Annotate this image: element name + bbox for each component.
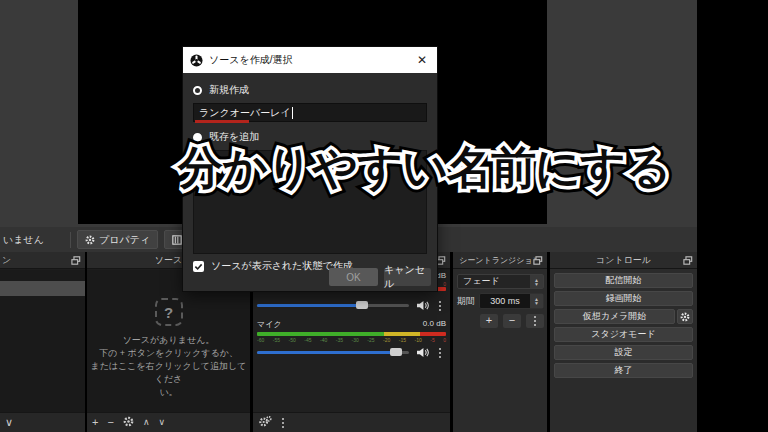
studio-mode-button[interactable]: スタジオモード xyxy=(554,327,693,342)
caption-text: 分かりやすい名前にする xyxy=(178,138,670,198)
cancel-button[interactable]: キャンセル xyxy=(384,268,431,286)
source-name-value: ランクオーバーレイ xyxy=(199,106,291,120)
mixer-channel-mic: マイク 0.0 dB -60-55-50-45-40-35-30-25-20-1… xyxy=(257,319,446,358)
slider-fill xyxy=(257,351,397,354)
spin-arrows-icon[interactable]: ▲▼ xyxy=(530,294,543,308)
remove-transition-button[interactable]: − xyxy=(503,314,521,328)
db-tick-label: -15 xyxy=(399,337,406,343)
channel-menu-button[interactable] xyxy=(439,348,441,358)
db-tick-label: -40 xyxy=(320,337,327,343)
duration-label: 期間 xyxy=(457,295,475,308)
start-virtual-camera-button[interactable]: 仮想カメラ開始 xyxy=(554,309,675,324)
dialog-title: ソースを作成/選択 xyxy=(209,53,414,67)
gear-icon xyxy=(85,235,95,245)
mixer-menu-button[interactable] xyxy=(282,418,284,428)
speaker-icon[interactable] xyxy=(416,347,429,358)
text-caret xyxy=(292,107,293,119)
db-tick-label: -50 xyxy=(289,337,296,343)
meter-red-zone xyxy=(420,332,446,336)
radio-selected-icon xyxy=(193,86,202,95)
scenes-dock-header[interactable]: ン xyxy=(0,252,85,269)
slider-thumb[interactable] xyxy=(390,348,402,356)
volume-slider[interactable] xyxy=(257,304,409,307)
channel-menu-button[interactable] xyxy=(439,301,441,311)
meter-green-zone xyxy=(257,332,384,336)
mixer-body: 0.0 dB -60-55-50-45-40-35-30-25-20-15-10… xyxy=(253,270,450,412)
transition-menu-button[interactable] xyxy=(526,314,544,328)
volume-meter xyxy=(257,332,446,336)
virtual-camera-settings-button[interactable] xyxy=(677,309,693,324)
transition-selected-value: フェード xyxy=(458,275,530,288)
controls-dock-title: コントロール xyxy=(550,254,697,267)
popout-icon[interactable] xyxy=(533,256,543,267)
transition-buttons: + − xyxy=(453,314,544,328)
scenes-dock: ン ∨ xyxy=(0,252,85,432)
sources-empty-state: ? ソースがありません。 下の + ボタンをクリックするか、 またはここを右クリ… xyxy=(87,298,250,399)
scene-list[interactable] xyxy=(0,270,85,412)
db-scale: -60-55-50-45-40-35-30-25-20-15-10-50 xyxy=(257,337,446,343)
scenes-dock-toolbar: ∨ xyxy=(0,412,85,432)
source-move-up-button[interactable]: ∧ xyxy=(143,418,150,427)
obs-logo-icon xyxy=(190,54,203,67)
db-tick-label: -30 xyxy=(352,337,359,343)
scene-move-down-button[interactable]: ∨ xyxy=(5,417,13,428)
popout-icon[interactable] xyxy=(71,256,81,267)
empty-text-line: 下の + ボタンをクリックするか、 xyxy=(87,347,250,360)
ok-button[interactable]: OK xyxy=(329,268,378,286)
duration-row: 期間 300 ms ▲▼ xyxy=(457,293,544,309)
transitions-dock: シーントランジション フェード ▲▼ 期間 300 ms ▲▼ + − xyxy=(453,252,547,432)
red-underline-annotation xyxy=(195,120,249,123)
gear-icon xyxy=(680,312,690,322)
create-new-label: 新規作成 xyxy=(209,83,249,97)
source-list-empty-area[interactable]: ? ソースがありません。 下の + ボタンをクリックするか、 またはここを右クリ… xyxy=(87,270,250,412)
volume-slider[interactable] xyxy=(257,351,409,354)
db-tick-label: -55 xyxy=(273,337,280,343)
source-name-input[interactable]: ランクオーバーレイ xyxy=(193,103,427,122)
empty-text-line: またはここを右クリックして追加してくださ xyxy=(87,360,250,386)
add-transition-button[interactable]: + xyxy=(480,314,498,328)
volume-slider-row xyxy=(257,347,446,358)
controls-dock-header[interactable]: コントロール xyxy=(550,252,697,269)
popout-icon[interactable] xyxy=(683,256,693,267)
properties-label: プロパティ xyxy=(99,233,150,247)
dialog-titlebar[interactable]: ソースを作成/選択 ✕ xyxy=(183,47,437,73)
transition-select[interactable]: フェード ▲▼ xyxy=(457,274,544,289)
empty-text-line: ソースがありません。 xyxy=(87,334,250,347)
transitions-dock-header[interactable]: シーントランジション xyxy=(453,252,547,269)
speaker-icon[interactable] xyxy=(416,300,429,311)
advanced-audio-button[interactable] xyxy=(259,416,272,430)
close-icon[interactable]: ✕ xyxy=(414,53,430,67)
slider-thumb[interactable] xyxy=(356,301,368,309)
popout-icon[interactable] xyxy=(436,256,446,267)
mixer-dock-toolbar xyxy=(253,412,450,432)
duration-spinbox[interactable]: 300 ms ▲▼ xyxy=(479,293,544,309)
add-source-button[interactable]: + xyxy=(92,417,98,428)
db-tick-label: -5 xyxy=(430,337,434,343)
db-tick-label: -25 xyxy=(367,337,374,343)
start-streaming-button[interactable]: 配信開始 xyxy=(554,273,693,288)
start-recording-button[interactable]: 録画開始 xyxy=(554,291,693,306)
empty-text-line: い。 xyxy=(87,386,250,399)
no-source-status-text: いません xyxy=(0,233,70,247)
source-move-down-button[interactable]: ∨ xyxy=(158,418,165,427)
properties-button[interactable]: プロパティ xyxy=(77,230,158,249)
channel-db-value: 0.0 dB xyxy=(423,319,446,330)
obs-screenshot: いません プロパティ フィルタ ン ∨ ソース xyxy=(0,0,768,432)
question-mark-icon: ? xyxy=(155,298,183,326)
toolbar-separator xyxy=(70,232,71,248)
settings-button[interactable]: 設定 xyxy=(554,345,693,360)
db-tick-label: -10 xyxy=(415,337,422,343)
create-new-radio[interactable]: 新規作成 xyxy=(193,82,427,98)
volume-slider-row xyxy=(257,300,446,311)
remove-source-button[interactable]: − xyxy=(107,417,113,428)
filter-icon xyxy=(172,235,182,245)
transitions-body: フェード ▲▼ 期間 300 ms ▲▼ + − xyxy=(453,270,547,412)
controls-body: 配信開始 録画開始 仮想カメラ開始 スタジオモード 設定 終了 xyxy=(550,270,697,412)
selected-scene-row[interactable] xyxy=(0,281,85,296)
duration-value: 300 ms xyxy=(480,296,530,306)
combo-chevrons-icon: ▲▼ xyxy=(530,275,543,288)
sources-dock-toolbar: + − ∧ ∨ xyxy=(87,412,250,432)
source-properties-button[interactable] xyxy=(123,416,134,429)
exit-button[interactable]: 終了 xyxy=(554,363,693,378)
controls-dock: コントロール 配信開始 録画開始 仮想カメラ開始 スタジオモード 設定 終了 xyxy=(550,252,697,432)
